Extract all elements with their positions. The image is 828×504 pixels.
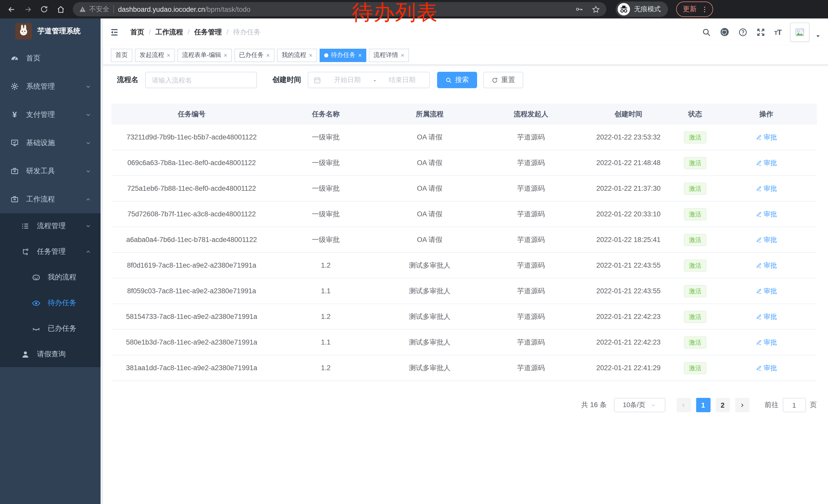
breadcrumb-task-management[interactable]: 任务管理: [194, 28, 222, 37]
breadcrumb-workflow[interactable]: 工作流程: [156, 28, 183, 37]
cell-initiator: 芋道源码: [480, 210, 582, 219]
goto-page-input[interactable]: [783, 398, 806, 412]
process-name-input[interactable]: [145, 72, 257, 88]
page-size-select[interactable]: 10条/页: [614, 398, 665, 412]
browser-menu-dots-icon[interactable]: [701, 5, 708, 13]
cell-initiator: 芋道源码: [480, 261, 582, 270]
github-icon[interactable]: [720, 27, 730, 37]
incognito-badge: 无痕模式: [616, 2, 668, 17]
tab-close-icon[interactable]: ×: [358, 52, 362, 58]
app-logo-row[interactable]: 芋道管理系统: [0, 18, 100, 44]
sidebar-scrollbar[interactable]: [100, 18, 103, 504]
tab-start-process[interactable]: 发起流程×: [135, 48, 175, 62]
table-row: 8f059c03-7ac8-11ec-a9e2-a2380e71991a 1.1…: [111, 278, 817, 304]
tab-todo-tasks[interactable]: 待办任务×: [320, 48, 366, 62]
avatar[interactable]: [790, 22, 810, 42]
end-date-placeholder[interactable]: 结束日期: [380, 75, 424, 85]
status-badge: 激活: [684, 208, 706, 220]
sidebar-item-task-management[interactable]: 任务管理: [0, 239, 100, 265]
yen-icon: ¥: [10, 110, 19, 119]
tab-close-icon[interactable]: ×: [224, 52, 227, 58]
cell-initiator: 芋道源码: [480, 235, 582, 244]
prev-page-button[interactable]: [676, 398, 691, 412]
audit-button[interactable]: 审批: [755, 286, 777, 295]
sidebar-collapse-icon[interactable]: [110, 28, 119, 37]
workflow-submenu: 流程管理 任务管理 我的流程 待办任务 已办: [0, 213, 100, 367]
table-header-row: 任务编号 任务名称 所属流程 流程发起人 创建时间 状态 操作: [111, 103, 817, 125]
audit-button[interactable]: 审批: [755, 338, 777, 347]
sidebar-item-todo-tasks[interactable]: 待办任务: [0, 290, 100, 316]
table-row: 8f0d1619-7ac8-11ec-a9e2-a2380e71991a 1.2…: [111, 253, 817, 278]
sidebar-item-home[interactable]: 首页: [0, 44, 100, 72]
security-label: 不安全: [89, 5, 109, 14]
sidebar-item-workflow[interactable]: 工作流程: [0, 185, 100, 213]
audit-button[interactable]: 审批: [755, 184, 777, 193]
browser-update-button[interactable]: 更新: [676, 2, 713, 17]
chat-face-icon: [32, 273, 41, 282]
reset-button[interactable]: 重置: [483, 72, 523, 88]
table-row: 381aa1dd-7ac8-11ec-a9e2-a2380e71991a 1.2…: [111, 355, 817, 381]
page-button-2[interactable]: 2: [715, 398, 730, 412]
help-question-icon[interactable]: [738, 28, 747, 37]
site-security-indicator[interactable]: 不安全: [79, 5, 109, 14]
audit-button[interactable]: 审批: [755, 363, 777, 372]
table-row: 725a1eb6-7b88-11ec-8ef0-acde48001122 一级审…: [111, 176, 817, 201]
audit-button[interactable]: 审批: [755, 312, 777, 321]
start-date-placeholder[interactable]: 开始日期: [325, 75, 370, 85]
tab-close-icon[interactable]: ×: [266, 52, 270, 58]
avatar-caret-down-icon[interactable]: [815, 33, 821, 39]
tab-close-icon[interactable]: ×: [309, 52, 313, 58]
browser-back-button[interactable]: [4, 2, 18, 16]
audit-button[interactable]: 审批: [755, 133, 777, 142]
col-task-name: 任务名称: [272, 109, 380, 119]
browser-home-button[interactable]: [53, 2, 68, 16]
sidebar-item-my-process[interactable]: 我的流程: [0, 265, 100, 290]
edit-icon: [755, 211, 761, 217]
cell-task-id: 8f0d1619-7ac8-11ec-a9e2-a2380e71991a: [111, 262, 272, 269]
sidebar-item-leave-query[interactable]: 请假查询: [0, 341, 100, 367]
cell-process: OA 请假: [380, 133, 480, 142]
tab-process-detail[interactable]: 流程详情×: [369, 48, 409, 62]
browser-forward-button[interactable]: [20, 2, 35, 16]
sidebar-item-payment[interactable]: ¥ 支付管理: [0, 100, 100, 129]
next-page-button[interactable]: [735, 398, 749, 412]
cell-task-id: 8f059c03-7ac8-11ec-a9e2-a2380e71991a: [111, 287, 272, 295]
fullscreen-icon[interactable]: [756, 28, 765, 37]
user-icon: [21, 350, 30, 359]
sidebar-item-done-tasks[interactable]: 已办任务: [0, 316, 100, 341]
cell-task-id: 725a1eb6-7b88-11ec-8ef0-acde48001122: [111, 185, 272, 192]
breadcrumb-home[interactable]: 首页: [130, 28, 144, 37]
page-button-1[interactable]: 1: [696, 398, 710, 412]
search-button[interactable]: 搜索: [437, 72, 477, 88]
tab-close-icon[interactable]: ×: [167, 52, 170, 58]
date-range-picker[interactable]: 开始日期 - 结束日期: [308, 72, 430, 88]
incognito-icon: [618, 3, 630, 15]
font-size-icon[interactable]: TT: [774, 28, 781, 36]
audit-button[interactable]: 审批: [755, 261, 777, 270]
cell-initiator: 芋道源码: [480, 133, 582, 142]
bookmark-star-icon[interactable]: [591, 5, 600, 13]
browser-reload-button[interactable]: [37, 2, 51, 16]
table-row: 73211d9d-7b9b-11ec-b5b7-acde48001122 一级审…: [111, 125, 817, 150]
cell-initiator: 芋道源码: [480, 312, 582, 321]
audit-button[interactable]: 审批: [755, 158, 777, 168]
sidebar-item-dev-tools[interactable]: 研发工具: [0, 157, 100, 185]
dashboard-icon: [10, 54, 19, 62]
tab-my-process[interactable]: 我的流程×: [277, 48, 317, 62]
audit-button[interactable]: 审批: [755, 210, 777, 219]
col-initiator: 流程发起人: [480, 109, 582, 119]
sidebar-item-infrastructure[interactable]: 基础设施: [0, 129, 100, 157]
tab-home[interactable]: 首页: [111, 48, 132, 62]
tab-done-tasks[interactable]: 已办任务×: [235, 48, 275, 62]
tab-process-form-edit[interactable]: 流程表单-编辑×: [177, 48, 232, 62]
status-badge: 激活: [684, 182, 706, 194]
header-search-icon[interactable]: [702, 28, 711, 37]
tab-close-icon[interactable]: ×: [401, 52, 404, 58]
chevron-right-icon: [739, 402, 745, 408]
edit-icon: [755, 134, 761, 140]
sidebar-item-system[interactable]: 系统管理: [0, 72, 100, 100]
sidebar-item-process-management[interactable]: 流程管理: [0, 213, 100, 239]
key-icon[interactable]: [575, 5, 583, 13]
audit-button[interactable]: 审批: [755, 235, 777, 244]
address-bar[interactable]: 不安全 dashboard.yudao.iocoder.cn/bpm/task/…: [73, 2, 606, 16]
